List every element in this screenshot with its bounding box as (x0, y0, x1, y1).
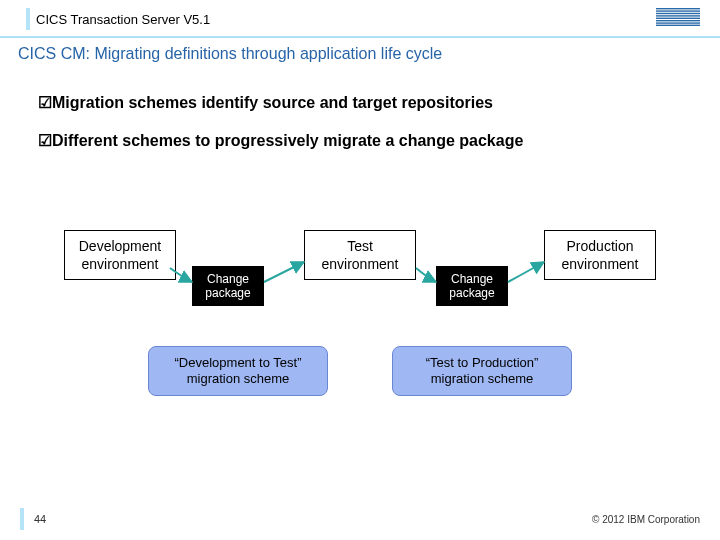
scheme-box-test-to-prod: “Test to Production”migration scheme (392, 346, 572, 396)
svg-rect-5 (656, 20, 700, 21)
slide: CICS Transaction Server V5.1 CICS CM: Mi… (0, 0, 720, 540)
footer-accent (20, 508, 24, 530)
page-number: 44 (34, 513, 46, 525)
product-name: CICS Transaction Server V5.1 (36, 12, 210, 27)
scheme-box-dev-to-test: “Development to Test”migration scheme (148, 346, 328, 396)
env-box-production: Productionenvironment (544, 230, 656, 280)
bullet-text: Different schemes to progressively migra… (52, 130, 523, 152)
migration-diagram: Developmentenvironment Testenvironment P… (0, 230, 720, 430)
svg-rect-4 (656, 18, 700, 19)
slide-footer: 44 © 2012 IBM Corporation (0, 508, 720, 530)
svg-rect-3 (656, 15, 700, 16)
slide-title: CICS CM: Migrating definitions through a… (18, 45, 442, 63)
env-box-test: Testenvironment (304, 230, 416, 280)
checkbox-icon: ☑ (38, 92, 52, 114)
header-accent (26, 8, 30, 30)
title-band: CICS CM: Migrating definitions through a… (0, 36, 720, 70)
bullet-item: ☑ Migration schemes identify source and … (38, 92, 682, 114)
copyright-text: © 2012 IBM Corporation (592, 514, 700, 525)
bullet-text: Migration schemes identify source and ta… (52, 92, 493, 114)
svg-rect-7 (656, 25, 700, 26)
bullet-item: ☑ Different schemes to progressively mig… (38, 130, 682, 152)
env-box-development: Developmentenvironment (64, 230, 176, 280)
footer-left: 44 (20, 508, 46, 530)
ibm-logo-icon (656, 8, 700, 30)
checkbox-icon: ☑ (38, 130, 52, 152)
change-package-box: Changepackage (436, 266, 508, 306)
change-package-box: Changepackage (192, 266, 264, 306)
svg-rect-2 (656, 13, 700, 14)
svg-rect-1 (656, 10, 700, 11)
bullet-list: ☑ Migration schemes identify source and … (38, 92, 682, 168)
svg-rect-6 (656, 22, 700, 23)
slide-header: CICS Transaction Server V5.1 (26, 8, 700, 30)
svg-rect-0 (656, 8, 700, 9)
